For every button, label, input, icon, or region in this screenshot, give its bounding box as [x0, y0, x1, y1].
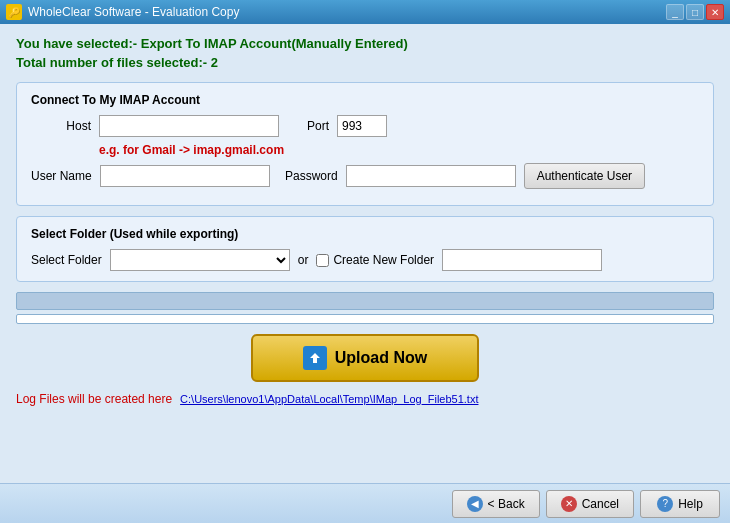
title-bar-text: WholeClear Software - Evaluation Copy — [28, 5, 239, 19]
host-input[interactable] — [99, 115, 279, 137]
back-icon: ◀ — [467, 496, 483, 512]
create-folder-row: Create New Folder — [316, 253, 434, 267]
cancel-icon: ✕ — [561, 496, 577, 512]
authenticate-button[interactable]: Authenticate User — [524, 163, 645, 189]
port-input[interactable] — [337, 115, 387, 137]
upload-section: Upload Now — [16, 334, 714, 382]
log-section: Log Files will be created here C:\Users\… — [16, 392, 714, 406]
or-text: or — [298, 253, 309, 267]
maximize-button[interactable]: □ — [686, 4, 704, 20]
folder-row: Select Folder or Create New Folder — [31, 249, 699, 271]
app-icon: 🔑 — [6, 4, 22, 20]
password-label: Password — [278, 169, 338, 183]
title-bar: 🔑 WholeClear Software - Evaluation Copy … — [0, 0, 730, 24]
credentials-row: User Name Password Authenticate User — [31, 163, 699, 189]
log-label: Log Files will be created here — [16, 392, 172, 406]
upload-button-label: Upload Now — [335, 349, 427, 367]
selected-info-line2: Total number of files selected:- 2 — [16, 55, 714, 70]
new-folder-input[interactable] — [442, 249, 602, 271]
help-icon: ? — [657, 496, 673, 512]
minimize-button[interactable]: _ — [666, 4, 684, 20]
port-label: Port — [307, 119, 329, 133]
progress-track — [16, 314, 714, 324]
upload-button[interactable]: Upload Now — [251, 334, 479, 382]
main-content: You have selected:- Export To IMAP Accou… — [0, 24, 730, 483]
close-button[interactable]: ✕ — [706, 4, 724, 20]
back-label: < Back — [488, 497, 525, 511]
progress-section — [16, 292, 714, 324]
folder-section: Select Folder (Used while exporting) Sel… — [16, 216, 714, 282]
back-button[interactable]: ◀ < Back — [452, 490, 540, 518]
progress-bar-outer — [16, 292, 714, 310]
password-input[interactable] — [346, 165, 516, 187]
create-folder-checkbox[interactable] — [316, 254, 329, 267]
email-hint: e.g. for Gmail -> imap.gmail.com — [99, 143, 699, 157]
username-input[interactable] — [100, 165, 270, 187]
imap-section-title: Connect To My IMAP Account — [31, 93, 699, 107]
cancel-button[interactable]: ✕ Cancel — [546, 490, 634, 518]
select-folder-label: Select Folder — [31, 253, 102, 267]
cancel-label: Cancel — [582, 497, 619, 511]
window-controls: _ □ ✕ — [666, 4, 724, 20]
selected-info-line1: You have selected:- Export To IMAP Accou… — [16, 36, 714, 51]
folder-select[interactable] — [110, 249, 290, 271]
host-label: Host — [31, 119, 91, 133]
username-label: User Name — [31, 169, 92, 183]
upload-icon — [303, 346, 327, 370]
host-port-row: Host Port — [31, 115, 699, 137]
imap-section: Connect To My IMAP Account Host Port e.g… — [16, 82, 714, 206]
log-link[interactable]: C:\Users\lenovo1\AppData\Local\Temp\IMap… — [180, 393, 478, 405]
help-button[interactable]: ? Help — [640, 490, 720, 518]
create-folder-label: Create New Folder — [333, 253, 434, 267]
folder-section-title: Select Folder (Used while exporting) — [31, 227, 699, 241]
bottom-bar: ◀ < Back ✕ Cancel ? Help — [0, 483, 730, 523]
help-label: Help — [678, 497, 703, 511]
